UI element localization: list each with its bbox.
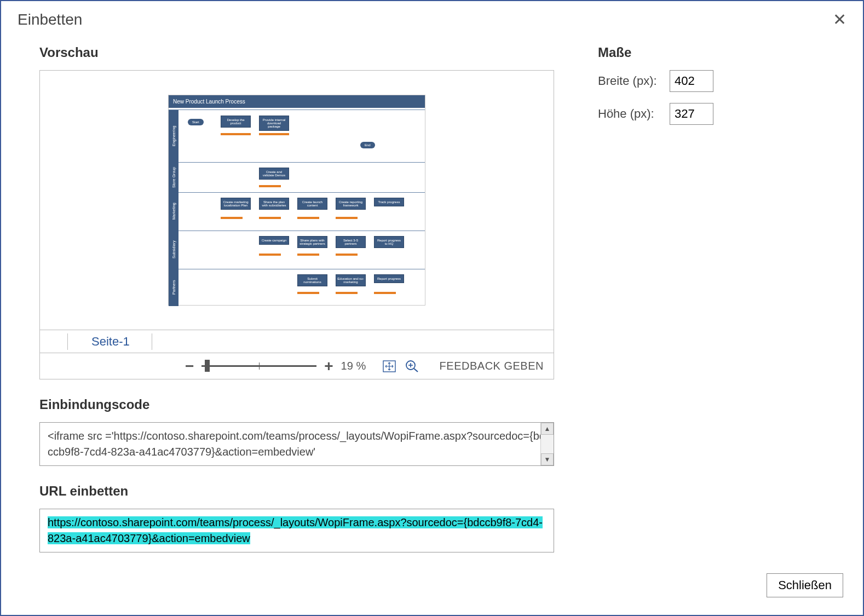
zoom-percent: 19 % (341, 360, 374, 372)
lane-label: Marketing (169, 192, 178, 231)
embed-code-heading: Einbindungscode (39, 397, 554, 412)
width-label: Breite (px): (598, 74, 661, 88)
svg-line-2 (414, 369, 418, 372)
page-tabs-bar: Seite-1 (40, 330, 554, 353)
scrollbar[interactable]: ▲ ▼ (540, 423, 554, 465)
close-icon[interactable]: ✕ (833, 11, 846, 28)
close-button[interactable]: Schließen (767, 573, 843, 597)
embed-url-textarea[interactable]: https://contoso.sharepoint.com/teams/pro… (39, 509, 554, 552)
embed-url-heading: URL einbetten (39, 483, 554, 499)
zoom-in-button[interactable]: + (324, 358, 333, 375)
zoom-toolbar: − + 19 % FEEDBACK GEBEN (40, 353, 554, 379)
lane-label: Subsidiary (169, 231, 178, 269)
fit-to-window-icon[interactable] (382, 360, 397, 373)
embed-dialog: Einbetten ✕ Vorschau New Product Launch … (0, 0, 864, 616)
visio-diagram-thumbnail: New Product Launch Process Engineering S… (168, 95, 425, 306)
lane-label: Partners (169, 269, 178, 306)
zoom-slider-thumb[interactable] (205, 360, 210, 372)
feedback-link[interactable]: FEEDBACK GEBEN (440, 360, 544, 372)
scroll-up-icon[interactable]: ▲ (541, 423, 554, 435)
preview-heading: Vorschau (39, 45, 554, 60)
dialog-header: Einbetten ✕ (1, 1, 863, 34)
height-input[interactable] (670, 103, 713, 125)
width-input[interactable] (670, 70, 713, 92)
dialog-title: Einbetten (18, 11, 82, 28)
lane-label: Engineering (169, 110, 178, 162)
dimensions-heading: Maße (598, 45, 762, 60)
preview-box: New Product Launch Process Engineering S… (39, 70, 554, 379)
lane-label: Store Group (169, 162, 178, 192)
zoom-out-button[interactable]: − (185, 358, 194, 375)
embed-code-textarea[interactable]: <iframe src ='https://contoso.sharepoint… (39, 422, 554, 466)
magnifier-icon[interactable] (405, 360, 420, 373)
preview-canvas[interactable]: New Product Launch Process Engineering S… (40, 71, 554, 330)
embed-url-value: https://contoso.sharepoint.com/teams/pro… (48, 516, 543, 544)
height-label: Höhe (px): (598, 107, 661, 121)
zoom-slider[interactable] (201, 365, 316, 367)
visio-title: New Product Launch Process (169, 95, 425, 108)
scroll-down-icon[interactable]: ▼ (541, 453, 554, 465)
page-tab[interactable]: Seite-1 (82, 335, 140, 349)
